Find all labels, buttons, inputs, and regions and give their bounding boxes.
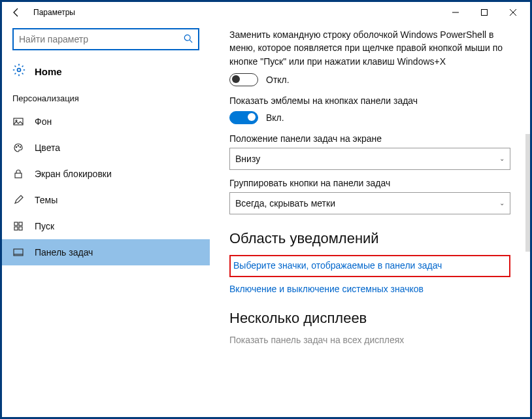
minimize-button[interactable]: [441, 3, 470, 22]
sidebar-item-taskbar[interactable]: Панель задач: [2, 239, 210, 265]
chevron-down-icon: ⌄: [499, 155, 505, 162]
start-icon: [12, 221, 24, 231]
maximize-button[interactable]: [470, 3, 499, 22]
window-title: Параметры: [33, 8, 75, 17]
svg-point-4: [184, 35, 190, 41]
svg-rect-15: [14, 227, 18, 230]
search-icon: [184, 34, 193, 45]
lock-icon: [12, 169, 24, 179]
image-icon: [12, 116, 24, 127]
close-button[interactable]: [499, 3, 527, 22]
scrollbar[interactable]: [525, 134, 530, 252]
powershell-description: Заменить командную строку оболочкой Wind…: [229, 28, 517, 68]
home-nav[interactable]: Home: [2, 56, 210, 87]
multi-display-heading: Несколько дисплеев: [229, 310, 517, 327]
sidebar-item-label: Пуск: [35, 221, 54, 231]
home-label: Home: [35, 66, 62, 77]
group-value: Всегда, скрывать метки: [235, 198, 335, 209]
svg-rect-14: [19, 222, 22, 226]
sidebar-item-label: Фон: [35, 116, 52, 127]
group-label: Группировать кнопки на панели задач: [229, 178, 517, 188]
badges-toggle[interactable]: [229, 111, 258, 124]
back-button[interactable]: [7, 3, 25, 22]
position-label: Положение панели задач на экране: [229, 133, 517, 144]
svg-point-11: [20, 146, 20, 147]
sidebar-item-themes[interactable]: Темы: [2, 187, 210, 213]
svg-rect-1: [482, 10, 488, 16]
position-dropdown[interactable]: Внизу ⌄: [229, 148, 510, 170]
svg-point-9: [16, 146, 16, 147]
sidebar: Home Персонализация Фон Цвета Экран б: [2, 23, 210, 417]
sidebar-item-colors[interactable]: Цвета: [2, 135, 210, 161]
palette-icon: [12, 142, 24, 153]
badges-label: Показать эмблемы на кнопках панели задач: [229, 95, 517, 106]
search-field[interactable]: [19, 34, 184, 44]
brush-icon: [12, 195, 24, 205]
content-pane: Заменить командную строку оболочкой Wind…: [210, 23, 530, 417]
sidebar-item-label: Экран блокировки: [35, 169, 112, 179]
select-icons-link[interactable]: Выберите значки, отображаемые в панели з…: [233, 260, 504, 271]
svg-point-6: [18, 69, 21, 72]
system-icons-link[interactable]: Включение и выключение системных значков: [229, 284, 517, 294]
group-dropdown[interactable]: Всегда, скрывать метки ⌄: [229, 192, 510, 214]
titlebar: Параметры: [2, 2, 530, 23]
sidebar-item-label: Цвета: [35, 142, 60, 153]
svg-line-5: [190, 40, 192, 42]
notification-heading: Область уведомлений: [229, 230, 517, 247]
sidebar-item-background[interactable]: Фон: [2, 109, 210, 135]
svg-rect-16: [19, 227, 22, 230]
position-value: Внизу: [235, 154, 260, 164]
settings-window: Параметры: [0, 0, 532, 419]
powershell-toggle[interactable]: [229, 73, 258, 86]
sidebar-section-label: Персонализация: [2, 87, 210, 109]
taskbar-icon: [12, 247, 24, 258]
sidebar-item-label: Панель задач: [35, 247, 93, 258]
gear-icon: [12, 63, 25, 79]
sidebar-item-lockscreen[interactable]: Экран блокировки: [2, 161, 210, 187]
search-input[interactable]: [12, 28, 199, 50]
svg-rect-13: [14, 222, 18, 226]
svg-rect-12: [15, 173, 22, 178]
toggle-off-label: Откл.: [266, 75, 290, 85]
sidebar-item-start[interactable]: Пуск: [2, 213, 210, 239]
svg-point-10: [18, 145, 18, 146]
chevron-down-icon: ⌄: [499, 199, 505, 207]
toggle-on-label: Вкл.: [266, 112, 284, 123]
multi-display-sub: Показать панель задач на всех дисплеях: [229, 335, 517, 345]
highlighted-link-box: Выберите значки, отображаемые в панели з…: [229, 255, 510, 277]
sidebar-item-label: Темы: [35, 195, 58, 205]
